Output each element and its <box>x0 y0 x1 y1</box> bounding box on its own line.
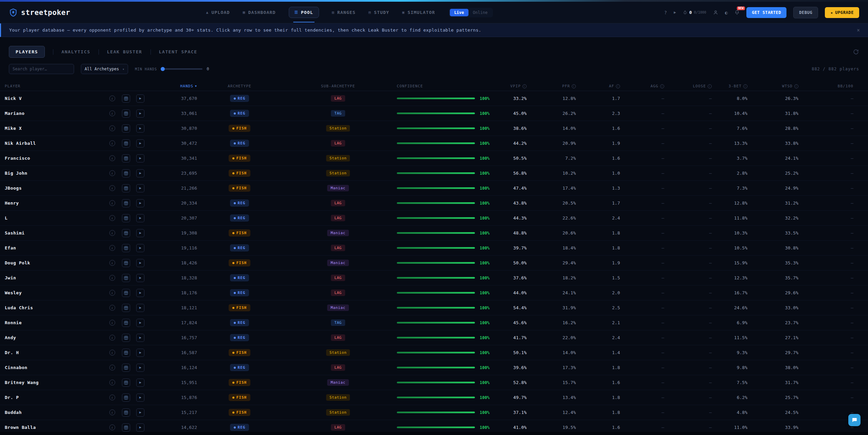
replay-button[interactable]: ▶ <box>136 423 144 432</box>
player-info-icon[interactable]: i <box>109 275 115 281</box>
player-row[interactable]: Sashimi i ▶ 19,308 FISH Maniac 100% 48.8… <box>0 226 868 241</box>
hand-history-button[interactable] <box>122 379 130 387</box>
player-info-icon[interactable]: i <box>109 140 115 146</box>
live-online-toggle[interactable]: Live Online <box>449 8 493 17</box>
player-row[interactable]: Big John i ▶ 23,695 FISH Station 100% 56… <box>0 166 868 181</box>
player-row[interactable]: Jwin i ▶ 18,328 REG LAG 100% 37.6% 18 <box>0 271 868 285</box>
player-row[interactable]: Efan i ▶ 19,116 REG LAG 100% 39.7% 18 <box>0 241 868 256</box>
replay-button[interactable]: ▶ <box>136 289 144 297</box>
player-row[interactable]: Wesley i ▶ 18,176 REG LAG 100% 44.0% <box>0 285 868 300</box>
replay-button[interactable]: ▶ <box>136 408 144 417</box>
hand-history-button[interactable] <box>122 334 130 342</box>
replay-button[interactable]: ▶ <box>136 364 144 372</box>
replay-button[interactable]: ▶ <box>136 94 144 103</box>
hand-history-button[interactable] <box>122 408 130 417</box>
credits-indicator[interactable]: 0 0/1000 <box>683 10 706 15</box>
player-info-icon[interactable]: i <box>109 185 115 191</box>
nav-upload[interactable]: ▲ UPLOAD <box>206 10 230 15</box>
player-info-icon[interactable]: i <box>109 215 115 221</box>
replay-button[interactable]: ▶ <box>136 394 144 402</box>
theme-contrast-icon[interactable]: ◐ <box>725 10 728 15</box>
replay-button[interactable]: ▶ <box>136 274 144 282</box>
player-info-icon[interactable]: i <box>109 395 115 400</box>
tab-leak-buster[interactable]: LEAK BUSTER <box>107 49 142 54</box>
replay-button[interactable]: ▶ <box>136 214 144 222</box>
player-info-icon[interactable]: i <box>109 290 115 296</box>
col-confidence[interactable]: CONFIDENCE <box>394 84 496 88</box>
replay-button[interactable]: ▶ <box>136 229 144 237</box>
player-info-icon[interactable]: i <box>109 410 115 415</box>
upgrade-button[interactable]: ★ UPGRADE <box>825 7 859 18</box>
hand-history-button[interactable] <box>122 259 130 267</box>
replay-button[interactable]: ▶ <box>136 334 144 342</box>
tab-latent-space[interactable]: LATENT SPACE <box>159 49 197 54</box>
replay-button[interactable]: ▶ <box>136 379 144 387</box>
col-bb100[interactable]: BB/100 <box>802 84 863 88</box>
brand[interactable]: streetpoker <box>9 8 70 17</box>
replay-button[interactable]: ▶ <box>136 184 144 192</box>
replay-button[interactable]: ▶ <box>136 154 144 162</box>
col-hands[interactable]: HANDS ▼ <box>147 84 197 88</box>
hand-history-button[interactable] <box>122 124 130 133</box>
replay-button[interactable]: ▶ <box>136 259 144 267</box>
replay-button[interactable]: ▶ <box>136 169 144 177</box>
player-row[interactable]: Ronnie i ▶ 17,824 REG TAG 100% 45.6% <box>0 315 868 330</box>
nav-ranges[interactable]: ▥ RANGES <box>332 10 356 15</box>
hand-history-button[interactable] <box>122 109 130 118</box>
hand-history-button[interactable] <box>122 244 130 252</box>
hand-history-button[interactable] <box>122 199 130 207</box>
replay-button[interactable]: ▶ <box>136 139 144 147</box>
player-row[interactable]: Britney Wang i ▶ 15,951 FISH Maniac 100% <box>0 375 868 390</box>
hand-history-button[interactable] <box>122 214 130 222</box>
player-info-icon[interactable]: i <box>109 350 115 355</box>
notifications-bell-icon[interactable]: NEW <box>734 10 740 15</box>
archetype-filter[interactable]: All Archetypes ▾ <box>81 64 128 74</box>
player-info-icon[interactable]: i <box>109 95 115 101</box>
hand-history-button[interactable] <box>122 304 130 312</box>
nav-simulator[interactable]: ▣ SIMULATOR <box>402 10 435 15</box>
col-vpip[interactable]: VPIPi <box>496 84 530 88</box>
player-row[interactable]: Cinnabon i ▶ 16,124 REG LAG 100% 39.6% <box>0 360 868 375</box>
replay-button[interactable]: ▶ <box>136 349 144 357</box>
replay-button[interactable]: ▶ <box>136 244 144 252</box>
user-icon[interactable] <box>713 10 718 15</box>
hand-history-button[interactable] <box>122 229 130 237</box>
player-row[interactable]: Dr. H i ▶ 16,587 FISH Station 100% 50.1% <box>0 345 868 360</box>
hand-history-button[interactable] <box>122 169 130 177</box>
hand-history-button[interactable] <box>122 94 130 103</box>
player-row[interactable]: Mariano i ▶ 33,061 REG TAG 100% 45.0% <box>0 106 868 121</box>
hand-history-button[interactable] <box>122 319 130 327</box>
player-row[interactable]: Dr. P i ▶ 15,876 FISH Station 100% 49.7% <box>0 390 868 405</box>
online-option[interactable]: Online <box>468 9 492 16</box>
player-info-icon[interactable]: i <box>109 335 115 341</box>
nav-dashboard[interactable]: ▦ DASHBOARD <box>243 10 276 15</box>
nav-pool[interactable]: ☰ POOL <box>289 7 319 18</box>
replay-button[interactable]: ▶ <box>136 124 144 133</box>
live-option[interactable]: Live <box>450 9 468 16</box>
player-info-icon[interactable]: i <box>109 110 115 116</box>
debug-button[interactable]: DEBUG <box>793 7 818 18</box>
tab-players[interactable]: PLAYERS <box>9 46 45 58</box>
player-row[interactable]: Andy i ▶ 16,757 REG LAG 100% 41.7% 22 <box>0 330 868 345</box>
player-info-icon[interactable]: i <box>109 170 115 176</box>
player-info-icon[interactable]: i <box>109 125 115 131</box>
replay-button[interactable]: ▶ <box>136 199 144 207</box>
player-row[interactable]: Nick V i ▶ 37,670 REG LAG 100% 33.2% <box>0 91 868 106</box>
col-wtsd[interactable]: WTSDi <box>751 84 802 88</box>
player-row[interactable]: Doug Polk i ▶ 18,426 FISH Maniac 100% 50… <box>0 256 868 271</box>
col-3bet[interactable]: 3-BETi <box>715 84 751 88</box>
col-af[interactable]: AFi <box>579 84 623 88</box>
player-info-icon[interactable]: i <box>109 245 115 251</box>
play-tour-icon[interactable]: ▶ <box>674 10 676 15</box>
search-input[interactable] <box>9 64 74 74</box>
player-row[interactable]: L i ▶ 20,307 REG LAG 100% 44.3% 22.6% <box>0 211 868 226</box>
hand-history-button[interactable] <box>122 423 130 432</box>
hand-history-button[interactable] <box>122 154 130 162</box>
player-row[interactable]: Buddah i ▶ 15,217 FISH Station 100% 37.1… <box>0 405 868 420</box>
get-started-button[interactable]: GET STARTED <box>746 7 786 18</box>
player-row[interactable]: Nik Airball i ▶ 30,472 REG LAG 100% 44.2… <box>0 136 868 151</box>
player-info-icon[interactable]: i <box>109 305 115 311</box>
player-info-icon[interactable]: i <box>109 424 115 430</box>
player-row[interactable]: Mike X i ▶ 30,870 FISH Station 100% 38.6… <box>0 121 868 136</box>
hand-history-button[interactable] <box>122 364 130 372</box>
